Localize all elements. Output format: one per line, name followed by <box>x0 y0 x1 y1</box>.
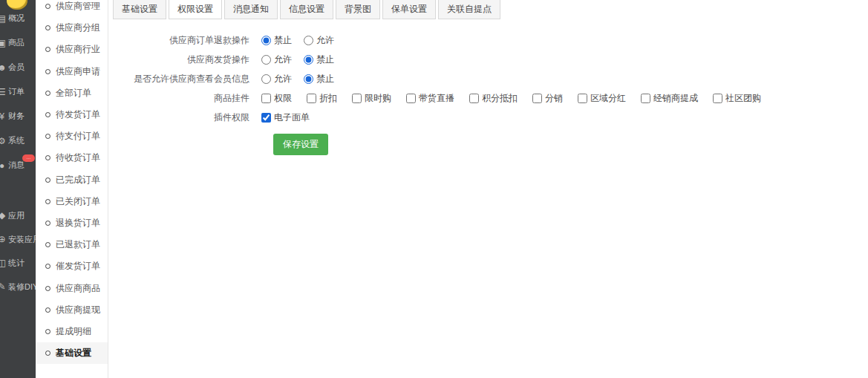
goods_widgets-checkbox-input[interactable] <box>352 94 362 103</box>
circle-bullet-icon <box>45 155 50 160</box>
view_member-radio-input[interactable] <box>261 74 271 84</box>
sidebar-item-order[interactable]: ☰订单 <box>0 79 36 104</box>
plugin_perm-option-电子面单[interactable]: 电子面单 <box>261 111 310 124</box>
app-window: ▤概况▣商品☻会员☰订单¥财务⚙系统●消息··· ◆应用⊕安装应用◫统计✎装修D… <box>0 0 868 378</box>
tab-消息通知[interactable]: 消息通知 <box>224 0 278 19</box>
refund_op-radio-input[interactable] <box>304 36 313 45</box>
tab-保单设置[interactable]: 保单设置 <box>382 0 436 19</box>
submenu-item[interactable]: 待收货订单 <box>36 147 108 169</box>
submenu-item-label: 供应商分组 <box>56 22 100 34</box>
sidebar-item-install-app[interactable]: ⊕安装应用 <box>0 227 36 251</box>
sidebar-item-dashboard[interactable]: ▤概况 <box>0 6 36 30</box>
submenu-item-label: 待收货订单 <box>56 151 100 164</box>
sidebar-item-label: 消息 <box>8 160 25 171</box>
circle-bullet-icon <box>45 47 50 52</box>
submenu-item[interactable]: 供应商提现 <box>36 299 108 321</box>
submenu-item[interactable]: 供应商行业 <box>36 39 108 60</box>
save-settings-button[interactable]: 保存设置 <box>273 134 328 155</box>
option-label: 社区团购 <box>725 92 761 105</box>
refund_op-group: 禁止允许 <box>261 34 334 47</box>
circle-bullet-icon <box>45 329 50 334</box>
sidebar-item-diy[interactable]: ✎装修DIY <box>0 275 36 299</box>
submenu-item[interactable]: 全部订单 <box>36 82 108 104</box>
option-label: 经销商提成 <box>653 92 698 105</box>
option-label: 折扣 <box>319 92 337 105</box>
submenu-item[interactable]: 已完成订单 <box>36 169 108 191</box>
submenu-item[interactable]: 供应商管理 <box>36 0 108 17</box>
submenu-item-label: 待发货订单 <box>56 108 100 121</box>
option-label: 禁止 <box>316 53 334 66</box>
circle-bullet-icon <box>45 69 50 74</box>
goods_widgets-checkbox-input[interactable] <box>469 94 479 103</box>
goods_widgets-option-积分抵扣[interactable]: 积分抵扣 <box>469 92 518 105</box>
submenu-item[interactable]: 催发货订单 <box>36 255 108 277</box>
option-label: 允许 <box>274 73 292 85</box>
circle-bullet-icon <box>45 91 50 96</box>
submenu-item[interactable]: 已关闭订单 <box>36 191 108 212</box>
diy-icon: ✎ <box>0 281 7 292</box>
tab-关联自提点[interactable]: 关联自提点 <box>438 0 500 19</box>
finance-icon: ¥ <box>0 111 7 122</box>
dashboard-icon: ▤ <box>0 13 7 24</box>
sidebar-item-message[interactable]: ●消息··· <box>0 153 36 177</box>
circle-bullet-icon <box>45 199 50 204</box>
view_member-option-禁止[interactable]: 禁止 <box>304 73 334 85</box>
goods_widgets-option-社区团购[interactable]: 社区团购 <box>713 92 761 105</box>
sidebar-item-goods[interactable]: ▣商品 <box>0 30 36 55</box>
sidebar-item-label: 应用 <box>8 210 25 221</box>
goods_widgets-checkbox-input[interactable] <box>307 94 316 103</box>
goods_widgets-checkbox-input[interactable] <box>578 94 587 103</box>
refund_op-option-禁止[interactable]: 禁止 <box>261 34 292 47</box>
submenu-item[interactable]: 待支付订单 <box>36 126 108 147</box>
ship_op-radio-input[interactable] <box>304 55 313 65</box>
sidebar-item-finance[interactable]: ¥财务 <box>0 104 36 128</box>
sidebar-item-apps[interactable]: ◆应用 <box>0 203 36 227</box>
submenu-item-label: 已关闭订单 <box>56 195 100 208</box>
tab-权限设置[interactable]: 权限设置 <box>169 0 222 19</box>
goods_widgets-option-带货直播[interactable]: 带货直播 <box>406 92 454 105</box>
goods_widgets-option-分销[interactable]: 分销 <box>532 92 563 105</box>
view_member-group: 允许禁止 <box>261 73 334 85</box>
secondary-sidebar: 供应商管理供应商分组供应商行业供应商申请全部订单待发货订单待支付订单待收货订单已… <box>36 0 108 378</box>
circle-bullet-icon <box>45 286 50 291</box>
goods_widgets-option-限时购[interactable]: 限时购 <box>352 92 391 105</box>
view_member-radio-input[interactable] <box>304 74 313 84</box>
submenu-item[interactable]: 供应商商品 <box>36 277 108 299</box>
goods_widgets-option-权限[interactable]: 权限 <box>261 92 292 105</box>
submenu-item[interactable]: 已退款订单 <box>36 234 108 255</box>
sidebar-item-stats[interactable]: ◫统计 <box>0 251 36 275</box>
form-row: 插件权限电子面单 <box>108 108 868 127</box>
sidebar-item-system[interactable]: ⚙系统 <box>0 128 36 153</box>
ship_op-radio-input[interactable] <box>261 55 271 65</box>
submenu-item[interactable]: 退换货订单 <box>36 212 108 234</box>
goods_widgets-option-经销商提成[interactable]: 经销商提成 <box>641 92 698 105</box>
submenu-item[interactable]: 提成明细 <box>36 321 108 342</box>
refund_op-radio-input[interactable] <box>261 36 271 45</box>
view_member-option-允许[interactable]: 允许 <box>261 73 292 85</box>
sidebar-item-member[interactable]: ☻会员 <box>0 55 36 79</box>
tab-背景图[interactable]: 背景图 <box>336 0 380 19</box>
ship_op-option-禁止[interactable]: 禁止 <box>304 53 334 66</box>
goods_widgets-option-区域分红[interactable]: 区域分红 <box>578 92 626 105</box>
submenu-item[interactable]: 供应商分组 <box>36 17 108 39</box>
goods_widgets-checkbox-input[interactable] <box>261 94 271 103</box>
goods_widgets-checkbox-input[interactable] <box>406 94 416 103</box>
tab-信息设置[interactable]: 信息设置 <box>280 0 333 19</box>
secondary-nav-list: 供应商管理供应商分组供应商行业供应商申请全部订单待发货订单待支付订单待收货订单已… <box>36 0 108 364</box>
form-row-label: 供应商订单退款操作 <box>108 34 261 47</box>
form-row: 供应商发货操作允许禁止 <box>108 50 868 69</box>
ship_op-option-允许[interactable]: 允许 <box>261 53 292 66</box>
goods_widgets-checkbox-input[interactable] <box>641 94 650 103</box>
tab-基础设置[interactable]: 基础设置 <box>113 0 166 19</box>
goods_widgets-option-折扣[interactable]: 折扣 <box>307 92 337 105</box>
circle-bullet-icon <box>45 25 50 30</box>
ship_op-group: 允许禁止 <box>261 53 334 66</box>
submenu-item[interactable]: 基础设置 <box>36 342 108 364</box>
option-label: 禁止 <box>274 34 292 47</box>
goods_widgets-checkbox-input[interactable] <box>532 94 542 103</box>
submenu-item[interactable]: 待发货订单 <box>36 104 108 126</box>
submenu-item[interactable]: 供应商申请 <box>36 61 108 82</box>
goods_widgets-checkbox-input[interactable] <box>713 94 722 103</box>
plugin_perm-checkbox-input[interactable] <box>261 113 271 123</box>
refund_op-option-允许[interactable]: 允许 <box>304 34 334 47</box>
